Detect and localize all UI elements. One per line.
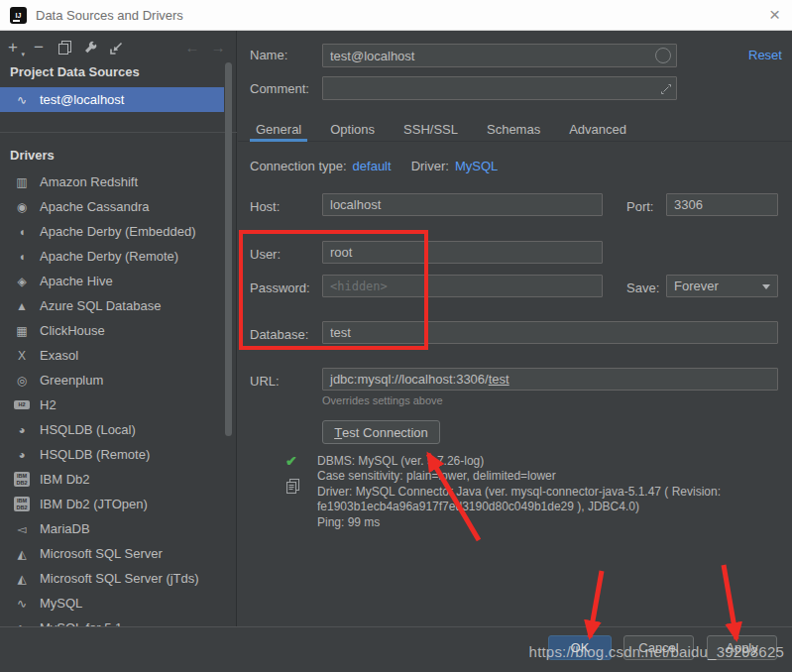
- port-input[interactable]: [666, 193, 778, 216]
- driver-item[interactable]: H2 H2: [0, 392, 224, 417]
- import-glyph: [109, 41, 124, 56]
- driver-label: Greenplum: [40, 373, 103, 388]
- host-label: Host:: [250, 199, 280, 214]
- url-prefix: jdbc:mysql://localhost:3306/: [330, 372, 489, 387]
- save-label: Save:: [626, 280, 659, 295]
- tab[interactable]: SSH/SSL: [397, 119, 464, 141]
- driver-label: IBM Db2: [40, 472, 90, 487]
- connection-type-link[interactable]: default: [353, 159, 392, 173]
- import-icon[interactable]: [103, 37, 129, 58]
- driver-item[interactable]: ◖ Apache Derby (Remote): [0, 244, 224, 269]
- driver-item[interactable]: ◭ Microsoft SQL Server (jTds): [0, 566, 224, 591]
- tab[interactable]: Options: [324, 119, 381, 141]
- cassandra-icon: ◉: [14, 200, 30, 214]
- driver-item[interactable]: ▲ Azure SQL Database: [0, 293, 224, 318]
- sidebar-scrollbar[interactable]: [225, 62, 232, 436]
- driver-label: HSQLDB (Remote): [40, 447, 150, 462]
- redshift-icon: ▥: [14, 175, 30, 189]
- driver-label: IBM Db2 (JTOpen): [40, 497, 148, 511]
- driver-item[interactable]: ◎ Greenplum: [0, 368, 224, 392]
- result-line: fe1903b1ecb4a96a917f7ed3190d80c049b1de29…: [317, 500, 778, 514]
- connection-result: DBMS: MySQL (ver. 5.7.26-log) Case sensi…: [317, 454, 778, 530]
- driver-item[interactable]: ▦ ClickHouse: [0, 318, 224, 343]
- remove-icon[interactable]: −: [26, 37, 52, 58]
- sidebar-item-test-localhost[interactable]: ∿ test@localhost: [0, 87, 224, 112]
- driver-item[interactable]: ∿ MySQL: [0, 591, 224, 616]
- host-input[interactable]: [322, 193, 603, 216]
- user-label: User:: [250, 247, 281, 262]
- hsqldb-icon: ◕: [14, 448, 30, 462]
- copy-icon[interactable]: [285, 478, 300, 499]
- success-check-icon: ✔: [285, 453, 297, 469]
- intellij-logo-icon: IJ: [10, 7, 27, 24]
- url-input[interactable]: jdbc:mysql://localhost:3306/test: [322, 368, 778, 391]
- comment-input[interactable]: [322, 76, 677, 100]
- tab-label: Advanced: [569, 122, 626, 137]
- name-input[interactable]: [322, 44, 677, 67]
- driver-item[interactable]: X Exasol: [0, 343, 224, 368]
- driver-item[interactable]: IBM DB2 IBM Db2 (JTOpen): [0, 492, 224, 516]
- apply-button[interactable]: Apply: [707, 635, 777, 660]
- datasource-label: test@localhost: [40, 92, 124, 107]
- tab[interactable]: General: [250, 119, 307, 141]
- expand-icon[interactable]: [660, 81, 672, 99]
- mariadb-icon: ◅: [14, 522, 30, 536]
- caret-down-icon: [762, 284, 770, 289]
- tab-label: Options: [330, 122, 375, 137]
- tab[interactable]: Advanced: [563, 119, 632, 141]
- url-database-part: test: [489, 372, 509, 387]
- ok-button[interactable]: OK: [548, 635, 612, 660]
- wrench-icon[interactable]: [77, 37, 103, 58]
- password-label: Password:: [250, 280, 310, 295]
- database-label: Database:: [250, 327, 308, 342]
- driver-item[interactable]: ∿ MySQL for 5.1: [0, 616, 224, 626]
- drivers-list: ▥ Amazon Redshift ◉ Apache Cassandra ◖ A…: [0, 169, 224, 626]
- drivers-header: Drivers: [10, 148, 55, 163]
- back-arrow-icon[interactable]: ←: [183, 39, 201, 56]
- ibm-db2-icon: IBM DB2: [14, 497, 30, 511]
- derby-icon: ◖: [14, 225, 30, 239]
- forward-arrow-icon[interactable]: →: [209, 39, 227, 56]
- plus-glyph: +: [8, 38, 18, 57]
- driver-item[interactable]: ▥ Amazon Redshift: [0, 169, 224, 194]
- driver-item[interactable]: ◖ Apache Derby (Embedded): [0, 219, 224, 244]
- driver-item[interactable]: ◕ HSQLDB (Local): [0, 417, 224, 442]
- result-line: Driver: MySQL Connector Java (ver. mysql…: [317, 485, 778, 500]
- driver-item[interactable]: IBM DB2 IBM Db2: [0, 467, 224, 492]
- close-icon[interactable]: ×: [769, 3, 780, 27]
- connection-type-label: Connection type:: [250, 159, 347, 173]
- hsqldb-icon: ◕: [14, 423, 30, 437]
- cancel-button[interactable]: Cancel: [623, 635, 694, 660]
- driver-item[interactable]: ◈ Apache Hive: [0, 269, 224, 293]
- user-input[interactable]: [322, 241, 603, 264]
- project-data-sources-header: Project Data Sources: [10, 64, 140, 79]
- test-connection-mnemonic: T: [334, 425, 342, 440]
- save-select[interactable]: Forever: [666, 275, 778, 297]
- duplicate-icon[interactable]: [52, 37, 77, 58]
- caret-down-icon: ▾: [21, 51, 25, 58]
- azure-icon: ▲: [14, 299, 30, 313]
- driver-label: MariaDB: [40, 521, 90, 536]
- password-input[interactable]: [322, 275, 603, 297]
- test-connection-button[interactable]: Test Connection: [322, 420, 440, 444]
- exasol-icon: X: [14, 349, 30, 363]
- driver-item[interactable]: ◕ HSQLDB (Remote): [0, 442, 224, 467]
- greenplum-icon: ◎: [14, 374, 30, 388]
- driver-label: Amazon Redshift: [40, 174, 138, 189]
- driver-item[interactable]: ◉ Apache Cassandra: [0, 194, 224, 219]
- reset-link[interactable]: Reset: [748, 48, 782, 62]
- mysql-datasource-icon: ∿: [14, 93, 30, 107]
- h2-icon: H2: [14, 400, 30, 408]
- overrides-note: Overrides settings above: [322, 394, 443, 406]
- driver-item[interactable]: ◅ MariaDB: [0, 516, 224, 541]
- driver-label: H2: [40, 397, 57, 412]
- add-icon[interactable]: + ▾: [0, 37, 26, 58]
- tab-bar: General Options SSH/SSL Schemas Advanced: [238, 119, 792, 142]
- driver-item[interactable]: ◭ Microsoft SQL Server: [0, 541, 224, 566]
- driver-row-label: Driver:: [411, 159, 449, 173]
- tab[interactable]: Schemas: [481, 119, 546, 141]
- duplicate-glyph: [57, 40, 72, 56]
- database-input[interactable]: [322, 321, 778, 344]
- comment-field-wrap: [322, 76, 677, 100]
- driver-link[interactable]: MySQL: [455, 159, 498, 173]
